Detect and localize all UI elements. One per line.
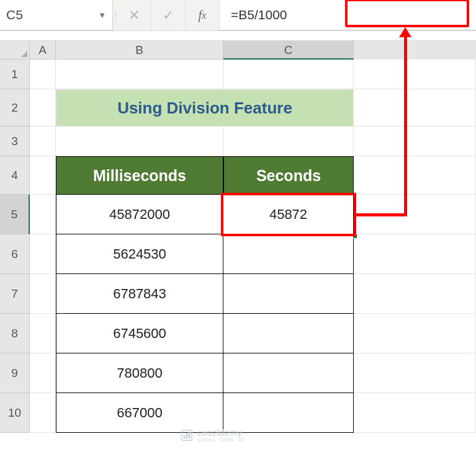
cell-A9[interactable] <box>30 353 56 393</box>
cancel-icon[interactable]: ✕ <box>117 0 151 30</box>
row-7: 7 6787843 <box>0 274 476 314</box>
cell-B6-value: 5624530 <box>113 246 166 262</box>
svg-rect-1 <box>184 435 186 439</box>
cell-C1[interactable] <box>223 60 354 89</box>
cell-D2[interactable] <box>354 89 476 126</box>
col-header-B[interactable]: B <box>56 41 223 60</box>
cell-A3[interactable] <box>30 126 56 156</box>
cell-A8[interactable] <box>30 314 56 353</box>
cell-C5-value: 45872 <box>269 206 307 223</box>
cell-C5[interactable]: 45872 <box>223 195 354 234</box>
watermark-icon <box>180 428 194 442</box>
header-sec-label: Seconds <box>256 167 321 185</box>
cell-D6[interactable] <box>354 234 476 274</box>
cell-C10[interactable] <box>223 393 354 433</box>
cell-A7[interactable] <box>30 274 56 314</box>
cell-B1[interactable] <box>56 60 223 89</box>
row-header-9[interactable]: 9 <box>0 353 30 393</box>
cell-D10[interactable] <box>354 393 476 433</box>
cell-D3[interactable] <box>354 126 476 156</box>
cell-B8[interactable]: 6745600 <box>56 314 223 353</box>
row-header-10[interactable]: 10 <box>0 393 30 433</box>
formula-input[interactable]: =B5/1000 <box>220 0 476 30</box>
cell-A2[interactable] <box>30 89 56 126</box>
cell-A1[interactable] <box>30 60 56 89</box>
cell-C3[interactable] <box>223 126 354 156</box>
fx-icon[interactable]: fx <box>186 0 220 30</box>
cell-C8[interactable] <box>223 314 354 353</box>
header-ms-label: Milliseconds <box>93 167 186 185</box>
row-header-8[interactable]: 8 <box>0 314 30 353</box>
col-header-C[interactable]: C <box>223 41 354 60</box>
name-box-value: C5 <box>6 7 23 22</box>
row-header-1[interactable]: 1 <box>0 60 30 89</box>
row-8: 8 6745600 <box>0 314 476 353</box>
cell-A5[interactable] <box>30 195 56 234</box>
cell-D8[interactable] <box>354 314 476 353</box>
header-milliseconds[interactable]: Milliseconds <box>56 156 223 195</box>
cell-B8-value: 6745600 <box>113 326 166 342</box>
separator: ⋮ <box>113 0 117 30</box>
cell-A10[interactable] <box>30 393 56 433</box>
watermark-brand: exceldemy <box>197 428 244 437</box>
row-9: 9 780800 <box>0 353 476 393</box>
cell-B6[interactable]: 5624530 <box>56 234 223 274</box>
cell-B3[interactable] <box>56 126 223 156</box>
cell-A4[interactable] <box>30 156 56 195</box>
annotation-arrow <box>356 213 407 216</box>
cell-B7-value: 6787843 <box>113 286 166 302</box>
svg-rect-2 <box>186 433 188 438</box>
row-header-4[interactable]: 4 <box>0 156 30 195</box>
row-6: 6 5624530 <box>0 234 476 274</box>
watermark-tag: EXCEL · DATA · BI <box>197 437 244 443</box>
formula-bar: C5 ▼ ⋮ ✕ ✓ fx =B5/1000 <box>0 0 476 31</box>
select-all-corner[interactable] <box>0 41 30 60</box>
cell-D4[interactable] <box>354 156 476 195</box>
cell-B5-value: 45872000 <box>109 206 170 223</box>
cell-A6[interactable] <box>30 234 56 274</box>
cell-B10-value: 667000 <box>117 405 162 421</box>
header-seconds[interactable]: Seconds <box>223 156 354 195</box>
fill-handle[interactable] <box>353 234 357 239</box>
cell-C9[interactable] <box>223 353 354 393</box>
cell-B5[interactable]: 45872000 <box>56 195 223 234</box>
chevron-down-icon[interactable]: ▼ <box>98 11 106 20</box>
svg-rect-3 <box>189 432 191 439</box>
cell-D9[interactable] <box>354 353 476 393</box>
row-header-3[interactable]: 3 <box>0 126 30 156</box>
row-header-7[interactable]: 7 <box>0 274 30 314</box>
cell-C7[interactable] <box>223 274 354 314</box>
row-header-5[interactable]: 5 <box>0 195 30 234</box>
cell-B9-value: 780800 <box>117 365 162 381</box>
col-header-A[interactable]: A <box>30 41 56 60</box>
cell-D7[interactable] <box>354 274 476 314</box>
title-text: Using Division Feature <box>117 99 292 118</box>
row-header-6[interactable]: 6 <box>0 234 30 274</box>
watermark: exceldemy EXCEL · DATA · BI <box>180 428 244 443</box>
cell-D1[interactable] <box>354 60 476 89</box>
cell-B7[interactable]: 6787843 <box>56 274 223 314</box>
cell-B9[interactable]: 780800 <box>56 353 223 393</box>
cell-C6[interactable] <box>223 234 354 274</box>
name-box[interactable]: C5 ▼ <box>0 0 113 30</box>
title-cell[interactable]: Using Division Feature <box>56 89 354 126</box>
annotation-arrow-head <box>399 27 411 37</box>
formula-text: =B5/1000 <box>231 7 287 22</box>
enter-icon[interactable]: ✓ <box>151 0 186 30</box>
annotation-arrow <box>404 36 407 216</box>
row-header-2[interactable]: 2 <box>0 89 30 126</box>
